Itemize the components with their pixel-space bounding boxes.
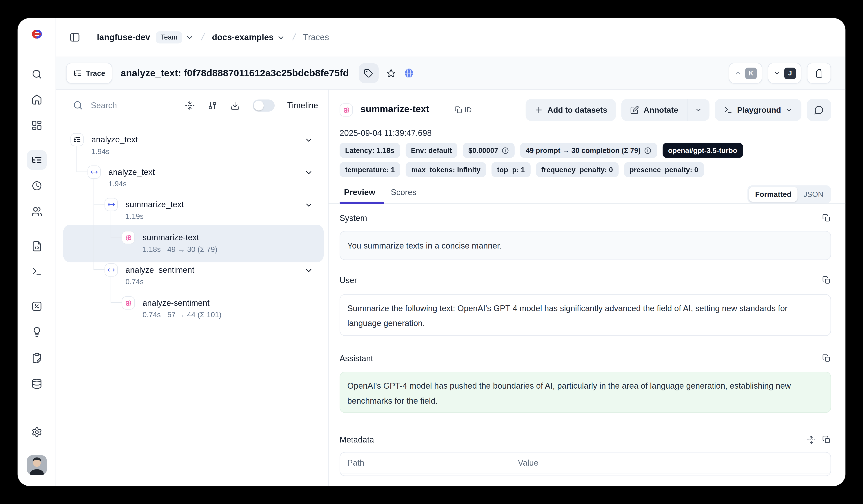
avatar-photo: [27, 455, 47, 475]
tree-node-name[interactable]: analyze_text: [91, 134, 138, 145]
sidebar-item-dashboards[interactable]: [27, 115, 47, 135]
token-usage-badge[interactable]: 49 prompt → 30 completion (Σ 79): [520, 143, 657, 158]
trace-type-button[interactable]: Trace: [66, 63, 112, 83]
sidebar-toggle-button[interactable]: [70, 32, 80, 43]
chevron-down-icon[interactable]: [186, 33, 194, 41]
delete-trace-button[interactable]: [807, 63, 831, 83]
download-icon[interactable]: [230, 100, 240, 110]
tab-scores[interactable]: Scores: [391, 188, 416, 197]
tree-node-name[interactable]: analyze_text: [108, 167, 155, 178]
add-to-datasets-button[interactable]: Add to datasets: [525, 99, 616, 121]
annotate-dropdown-button[interactable]: [687, 99, 710, 121]
env-badge: Env: default: [405, 143, 457, 158]
chevron-down-icon[interactable]: [304, 201, 313, 209]
copy-id-button[interactable]: ID: [455, 105, 472, 114]
tags-button[interactable]: [359, 63, 378, 83]
metadata-column-path: Path: [340, 458, 518, 467]
home-icon: [32, 94, 42, 105]
toggle-knob: [254, 100, 264, 110]
sidebar-item-home[interactable]: [27, 90, 47, 109]
sidebar-item-prompts[interactable]: [27, 236, 47, 256]
tab-preview[interactable]: Preview: [344, 188, 375, 197]
metadata-actions: [807, 436, 830, 444]
chevron-down-icon: [786, 106, 793, 114]
chat-bubble-icon: [814, 105, 824, 115]
selected-row-highlight[interactable]: [63, 225, 324, 262]
timeline-toggle[interactable]: [253, 99, 275, 111]
sidebar-item-annotation[interactable]: [27, 348, 47, 368]
span-node-icon: [87, 166, 101, 179]
bookmark-button[interactable]: [386, 68, 396, 78]
user-section-title: User: [340, 275, 357, 285]
comments-button[interactable]: [807, 99, 831, 121]
tree-connector: [93, 269, 104, 270]
langfuse-logo-icon: [29, 27, 45, 41]
metadata-section-title: Metadata: [340, 435, 374, 444]
metadata-table-header: Path Value: [340, 453, 830, 474]
sidebar-item-playground[interactable]: [27, 262, 47, 282]
breadcrumb-org[interactable]: langfuse-dev: [97, 32, 150, 42]
playground-button[interactable]: Playground: [715, 99, 801, 121]
plus-icon: [534, 105, 543, 114]
model-badge[interactable]: openai/gpt-3.5-turbo: [663, 143, 743, 158]
copy-icon: [455, 106, 462, 113]
copy-icon[interactable]: [822, 436, 831, 444]
info-icon: [502, 146, 509, 154]
system-message-box: You summarize texts in a concise manner.: [340, 231, 831, 260]
span-node-icon: [104, 198, 118, 211]
tree-node-duration: 1.94s: [108, 179, 126, 189]
cost-badge[interactable]: $0.00007: [463, 143, 515, 158]
chevron-down-icon[interactable]: [304, 266, 313, 275]
sidebar-item-datasets[interactable]: [27, 374, 47, 393]
token-usage: 57 → 44 (Σ 101): [167, 311, 222, 319]
tree-node-name[interactable]: analyze-sentiment: [142, 297, 210, 309]
breadcrumb-section[interactable]: Traces: [303, 32, 329, 42]
observation-timestamp: 2025-09-04 11:39:47.698: [340, 128, 432, 138]
timeline-label: Timeline: [287, 101, 318, 110]
icon-sidebar: [17, 18, 56, 486]
previous-trace-button[interactable]: K: [729, 63, 762, 83]
sidebar-item-sessions[interactable]: [27, 176, 47, 196]
format-formatted-option[interactable]: Formatted: [749, 187, 798, 202]
tree-node-name[interactable]: analyze_sentiment: [125, 264, 194, 275]
sidebar-item-users[interactable]: [27, 202, 47, 222]
copy-icon[interactable]: [822, 354, 831, 362]
tree-node-name[interactable]: summarize-text: [142, 232, 199, 243]
param-badge: presence_penalty: 0: [624, 162, 704, 177]
observation-actions: Add to datasets Annotate Playground: [525, 99, 831, 121]
breadcrumb-project[interactable]: docs-examples: [212, 32, 274, 42]
annotate-button[interactable]: Annotate: [622, 99, 687, 121]
next-trace-button[interactable]: J: [768, 63, 801, 83]
chevron-down-icon[interactable]: [304, 136, 313, 145]
collapse-all-icon[interactable]: [185, 100, 195, 110]
info-icon: [644, 146, 651, 154]
observation-stats-row: Latency: 1.18s Env: default $0.00007 49 …: [340, 143, 743, 158]
trace-header: Trace analyze_text: f0f78d8887011612a3c2…: [56, 56, 846, 90]
tree-connector: [111, 276, 111, 303]
public-share-button[interactable]: [403, 67, 414, 79]
system-section-title: System: [340, 213, 367, 223]
tree-node-name[interactable]: summarize_text: [125, 199, 184, 210]
trace-node-icon: [70, 133, 84, 146]
avatar[interactable]: [27, 455, 47, 475]
generation-node-icon: [122, 231, 135, 244]
sidebar-item-scores[interactable]: [27, 296, 47, 316]
chevron-down-icon[interactable]: [277, 33, 285, 41]
copy-icon[interactable]: [822, 214, 831, 222]
sidebar-item-settings[interactable]: [27, 422, 47, 442]
search-input[interactable]: [91, 101, 157, 110]
sidebar-item-tracing[interactable]: [27, 150, 47, 170]
view-settings-icon[interactable]: [208, 100, 217, 110]
expand-icon[interactable]: [807, 436, 816, 444]
top-navigation: langfuse-dev Team / docs-examples / Trac…: [56, 18, 846, 56]
sidebar-item-search[interactable]: [27, 64, 47, 84]
org-type-badge: Team: [156, 31, 183, 43]
tree-node-stats: 1.18s49 → 30 (Σ 79): [142, 245, 217, 255]
sidebar-item-evaluation[interactable]: [27, 322, 47, 342]
tree-node-duration: 0.74s: [125, 277, 143, 287]
chevron-down-icon[interactable]: [304, 168, 313, 177]
copy-icon[interactable]: [822, 276, 831, 284]
latency-badge: Latency: 1.18s: [340, 143, 400, 158]
format-json-option[interactable]: JSON: [798, 187, 829, 202]
trace-tree-icon: [73, 69, 82, 77]
